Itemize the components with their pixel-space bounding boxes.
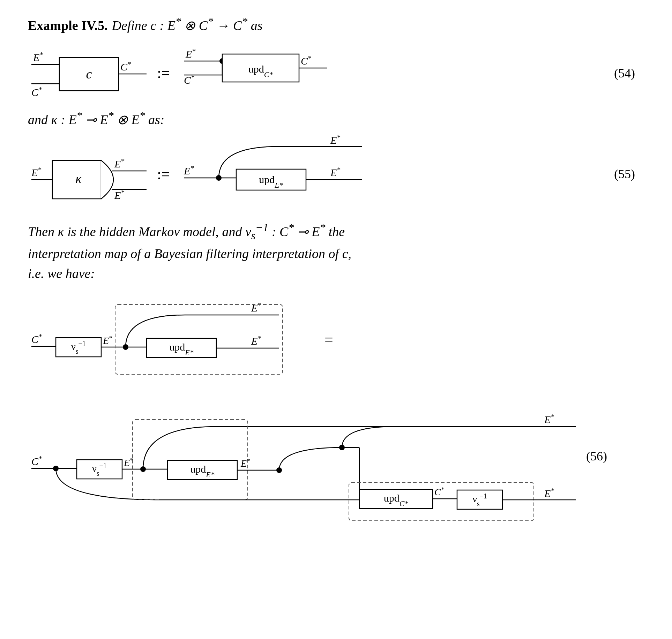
kappa-def-text: and κ : E* ⊸ E* ⊗ E* as: bbox=[28, 108, 642, 129]
c-diagram: E* C* c C* bbox=[28, 45, 147, 101]
title-line: Example IV.5. Define c : E* ⊗ C* → C* as bbox=[28, 14, 642, 35]
paragraph-text: Then κ is the hidden Markov model, and ν… bbox=[28, 220, 642, 284]
eq54-row: E* C* c C* := E* C* bbox=[28, 45, 642, 101]
eq56-number: (56) bbox=[586, 448, 607, 465]
eq56-top-row: C* νs−1 E* E* updE* E* bbox=[28, 294, 642, 385]
page-content: Example IV.5. Define c : E* ⊗ C* → C* as… bbox=[28, 14, 642, 514]
svg-text:E*: E* bbox=[114, 157, 124, 170]
svg-text:C*: C* bbox=[31, 86, 42, 98]
svg-text:E*: E* bbox=[185, 47, 195, 60]
def-symbol: := bbox=[157, 62, 170, 84]
title-text: Define c : E* ⊗ C* → C* as bbox=[112, 14, 262, 35]
svg-text:C*: C* bbox=[120, 60, 131, 73]
svg-text:E*: E* bbox=[251, 301, 261, 314]
eq54-number: (54) bbox=[614, 65, 635, 82]
example-label: Example IV.5. bbox=[28, 16, 107, 35]
svg-text:E*: E* bbox=[114, 189, 124, 201]
svg-text:C*: C* bbox=[184, 74, 194, 86]
svg-text:E*: E* bbox=[103, 335, 112, 346]
svg-text:E*: E* bbox=[330, 134, 340, 146]
svg-text:E*: E* bbox=[251, 334, 261, 347]
svg-text:κ: κ bbox=[75, 171, 82, 186]
eq55-row: E* κ E* E* := E* E* bbox=[28, 136, 642, 213]
svg-text:C*: C* bbox=[31, 455, 42, 467]
eq56-bottom-diagram: C* νs−1 E* E* updE* bbox=[28, 399, 579, 514]
upd-e-diagram-55: E* E* updE* E* bbox=[180, 136, 362, 213]
def-symbol-55: := bbox=[157, 164, 170, 185]
eq55-number: (55) bbox=[614, 165, 635, 183]
svg-text:C*: C* bbox=[31, 333, 42, 345]
upd-c-diagram: E* C* updC* C* bbox=[180, 45, 327, 101]
svg-text:c: c bbox=[86, 67, 92, 81]
svg-text:E*: E* bbox=[240, 458, 250, 469]
svg-rect-65 bbox=[133, 420, 248, 500]
svg-text:E*: E* bbox=[544, 487, 554, 499]
svg-text:E*: E* bbox=[184, 164, 194, 176]
eq56-equals: = bbox=[324, 329, 333, 351]
eq56-bottom-row: C* νs−1 E* E* updE* bbox=[28, 399, 642, 514]
svg-text:E*: E* bbox=[33, 51, 43, 63]
svg-text:C*: C* bbox=[434, 486, 444, 497]
svg-text:C*: C* bbox=[301, 54, 311, 67]
svg-text:E*: E* bbox=[544, 413, 554, 425]
svg-text:E*: E* bbox=[124, 457, 133, 468]
kappa-diagram: E* κ E* E* bbox=[28, 143, 147, 206]
svg-text:E*: E* bbox=[330, 166, 340, 178]
eq56-top-diagram: C* νs−1 E* E* updE* E* bbox=[28, 294, 314, 385]
svg-text:E*: E* bbox=[31, 166, 41, 178]
